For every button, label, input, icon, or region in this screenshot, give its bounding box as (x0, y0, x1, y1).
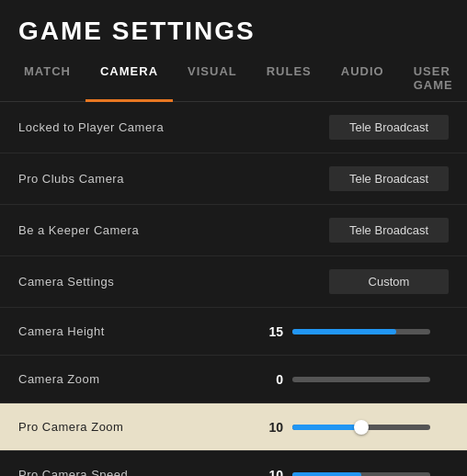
setting-row-pro-camera-zoom: Pro Camera Zoom10 (0, 403, 467, 451)
slider-container-camera-zoom: 0 (265, 372, 449, 387)
nav-tabs: MATCHCAMERAVISUALRULESAUDIOUSER GAME (0, 55, 467, 102)
setting-value-pro-clubs-camera[interactable]: Tele Broadcast (329, 166, 449, 191)
slider-value-camera-height: 15 (265, 324, 283, 339)
tab-visual[interactable]: VISUAL (173, 55, 252, 101)
setting-value-locked-player-camera[interactable]: Tele Broadcast (329, 115, 449, 140)
slider-thumb-pro-camera-zoom[interactable] (354, 420, 369, 435)
setting-row-camera-height: Camera Height15 (0, 308, 467, 356)
setting-label-camera-settings: Camera Settings (18, 275, 114, 289)
page-title: GAME SETTINGS (0, 0, 467, 55)
slider-container-pro-camera-zoom: 10 (265, 420, 449, 435)
setting-label-camera-zoom: Camera Zoom (18, 372, 100, 386)
setting-label-camera-height: Camera Height (18, 324, 105, 338)
setting-label-locked-player-camera: Locked to Player Camera (18, 120, 164, 134)
slider-track-camera-height[interactable] (292, 329, 430, 334)
setting-row-camera-settings: Camera SettingsCustom (0, 256, 467, 308)
slider-fill-camera-height (292, 329, 396, 334)
slider-container-camera-height: 15 (265, 324, 449, 339)
tab-rules[interactable]: RULES (252, 55, 326, 101)
setting-row-camera-zoom: Camera Zoom0 (0, 356, 467, 403)
tab-user-game[interactable]: USER GAME (399, 55, 467, 101)
tab-match[interactable]: MATCH (9, 55, 85, 101)
slider-track-pro-camera-zoom[interactable] (292, 425, 430, 430)
tab-audio[interactable]: AUDIO (326, 55, 399, 101)
setting-row-locked-player-camera: Locked to Player CameraTele Broadcast (0, 102, 467, 153)
slider-value-pro-camera-speed: 10 (265, 468, 283, 477)
slider-value-camera-zoom: 0 (265, 372, 283, 387)
slider-track-camera-zoom[interactable] (292, 377, 430, 382)
setting-row-pro-clubs-camera: Pro Clubs CameraTele Broadcast (0, 153, 467, 205)
slider-container-pro-camera-speed: 10 (265, 468, 449, 477)
setting-row-be-keeper-camera: Be a Keeper CameraTele Broadcast (0, 205, 467, 256)
setting-label-pro-camera-speed: Pro Camera Speed (18, 468, 128, 476)
slider-track-pro-camera-speed[interactable] (292, 472, 430, 477)
setting-row-pro-camera-speed: Pro Camera Speed10 (0, 451, 467, 476)
setting-label-pro-clubs-camera: Pro Clubs Camera (18, 172, 124, 186)
setting-value-be-keeper-camera[interactable]: Tele Broadcast (329, 218, 449, 243)
slider-fill-pro-camera-zoom (292, 425, 361, 430)
slider-fill-pro-camera-speed (292, 472, 361, 477)
settings-list: Locked to Player CameraTele BroadcastPro… (0, 102, 467, 476)
setting-value-camera-settings[interactable]: Custom (329, 269, 449, 294)
tab-camera[interactable]: CAMERA (85, 55, 173, 101)
setting-label-pro-camera-zoom: Pro Camera Zoom (18, 420, 123, 434)
slider-value-pro-camera-zoom: 10 (265, 420, 283, 435)
setting-label-be-keeper-camera: Be a Keeper Camera (18, 223, 139, 237)
